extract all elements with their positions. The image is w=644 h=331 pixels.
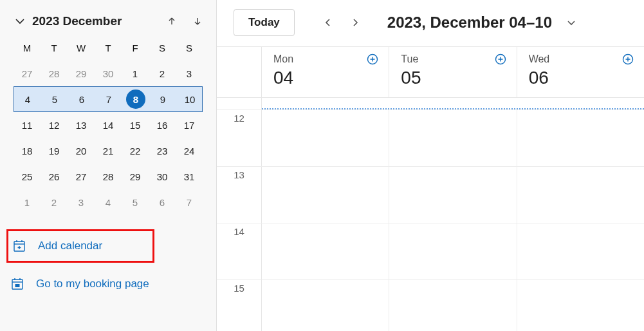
mini-calendar-day[interactable]: 5 bbox=[41, 87, 68, 111]
add-calendar-icon bbox=[12, 239, 26, 253]
mini-calendar-day[interactable]: 3 bbox=[68, 189, 95, 215]
time-slot[interactable] bbox=[262, 280, 389, 331]
mini-calendar-day[interactable]: 25 bbox=[14, 164, 41, 189]
time-slot[interactable] bbox=[389, 280, 517, 331]
mini-calendar-header: 2023 December bbox=[0, 8, 216, 35]
mini-calendar-day[interactable]: 26 bbox=[41, 164, 68, 189]
mini-calendar-day[interactable]: 21 bbox=[95, 138, 122, 164]
day-header-row: Mon04Tue05Wed06 bbox=[217, 46, 644, 98]
today-button[interactable]: Today bbox=[234, 9, 295, 36]
time-slot[interactable] bbox=[517, 223, 644, 279]
mini-calendar-day[interactable]: 28 bbox=[41, 61, 68, 86]
mini-calendar-day[interactable]: 14 bbox=[95, 112, 122, 138]
mini-calendar-day[interactable]: 1 bbox=[14, 189, 41, 215]
mini-calendar-day[interactable]: 18 bbox=[14, 138, 41, 164]
mini-calendar-next-icon[interactable] bbox=[190, 14, 205, 28]
add-event-icon[interactable] bbox=[495, 53, 506, 65]
time-slot[interactable] bbox=[389, 167, 517, 223]
date-range-dropdown-icon[interactable] bbox=[566, 17, 576, 28]
mini-calendar-day[interactable]: 29 bbox=[68, 61, 95, 86]
add-event-icon[interactable] bbox=[367, 53, 378, 65]
mini-calendar-day[interactable]: 30 bbox=[95, 61, 122, 86]
mini-calendar-dow: S bbox=[176, 35, 203, 61]
day-column-header[interactable]: Tue05 bbox=[389, 47, 517, 97]
mini-calendar-day[interactable]: 22 bbox=[122, 138, 149, 164]
mini-calendar-day[interactable]: 15 bbox=[122, 112, 149, 138]
time-slot[interactable] bbox=[262, 110, 389, 166]
mini-calendar-day[interactable]: 29 bbox=[122, 164, 149, 189]
svg-rect-2 bbox=[15, 284, 20, 287]
day-of-month-label: 04 bbox=[273, 68, 377, 88]
mini-calendar-day[interactable]: 2 bbox=[149, 61, 176, 86]
hour-label: 13 bbox=[217, 167, 262, 223]
calendar-grid-body: 12131415 bbox=[217, 98, 644, 331]
mini-calendar-day[interactable]: 31 bbox=[176, 164, 203, 189]
booking-page-link[interactable]: Go to my booking page bbox=[6, 269, 210, 299]
mini-calendar-day[interactable]: 4 bbox=[14, 87, 41, 111]
time-slot[interactable] bbox=[517, 280, 644, 331]
day-of-week-label: Wed bbox=[529, 53, 632, 65]
mini-calendar-day[interactable]: 20 bbox=[68, 138, 95, 164]
add-calendar-label: Add calendar bbox=[38, 240, 102, 252]
hour-label: 12 bbox=[217, 110, 262, 166]
week-nav bbox=[320, 15, 363, 30]
time-slot[interactable] bbox=[262, 223, 389, 279]
time-slot[interactable] bbox=[262, 167, 389, 223]
mini-calendar-title[interactable]: 2023 December bbox=[28, 14, 165, 28]
mini-calendar-day[interactable]: 3 bbox=[176, 61, 203, 86]
mini-calendar-day[interactable]: 7 bbox=[95, 87, 122, 111]
mini-calendar-selected-week: 45678910 bbox=[14, 86, 203, 112]
hour-label: 15 bbox=[217, 280, 262, 331]
mini-calendar-day[interactable]: 17 bbox=[176, 112, 203, 138]
time-slot[interactable] bbox=[389, 110, 517, 166]
mini-calendar-day[interactable]: 9 bbox=[149, 87, 176, 111]
time-slot[interactable] bbox=[389, 223, 517, 279]
date-range-title: 2023, December 04–10 bbox=[387, 14, 552, 32]
mini-calendar-day[interactable]: 7 bbox=[176, 189, 203, 215]
mini-calendar-day[interactable]: 30 bbox=[149, 164, 176, 189]
mini-calendar-day[interactable]: 19 bbox=[41, 138, 68, 164]
mini-calendar-dow: F bbox=[122, 35, 149, 61]
mini-calendar-day[interactable]: 11 bbox=[14, 112, 41, 138]
add-event-icon[interactable] bbox=[622, 53, 634, 65]
mini-calendar-day[interactable]: 4 bbox=[95, 189, 122, 215]
mini-calendar-day[interactable]: 24 bbox=[176, 138, 203, 164]
day-of-month-label: 06 bbox=[529, 68, 632, 88]
mini-calendar-day[interactable]: 8 bbox=[122, 87, 149, 111]
sidebar: 2023 December MTWTFSS2728293012345678910… bbox=[0, 0, 216, 331]
day-column-header[interactable]: Mon04 bbox=[262, 47, 389, 97]
mini-calendar-day[interactable]: 5 bbox=[122, 189, 149, 215]
mini-calendar-day[interactable]: 13 bbox=[68, 112, 95, 138]
mini-calendar-day[interactable]: 6 bbox=[68, 87, 95, 111]
mini-calendar-day[interactable]: 1 bbox=[122, 61, 149, 86]
mini-calendar-day[interactable]: 23 bbox=[149, 138, 176, 164]
time-slot[interactable] bbox=[517, 167, 644, 223]
time-gutter-header bbox=[217, 47, 262, 97]
mini-calendar-day[interactable]: 28 bbox=[95, 164, 122, 189]
mini-calendar-grid: MTWTFSS272829301234567891011121314151617… bbox=[0, 35, 216, 215]
mini-calendar-nav bbox=[165, 14, 205, 28]
mini-calendar-day[interactable]: 27 bbox=[14, 61, 41, 86]
mini-calendar-dow: S bbox=[149, 35, 176, 61]
hour-label: 14 bbox=[217, 223, 262, 279]
allday-span[interactable] bbox=[262, 98, 644, 109]
mini-calendar-day[interactable]: 27 bbox=[68, 164, 95, 189]
next-week-icon[interactable] bbox=[347, 15, 363, 30]
time-slot[interactable] bbox=[517, 110, 644, 166]
day-of-month-label: 05 bbox=[401, 68, 504, 88]
sidebar-links: Add calendar Go to my booking page bbox=[0, 215, 216, 299]
mini-calendar-prev-icon[interactable] bbox=[165, 14, 179, 28]
mini-calendar-day[interactable]: 6 bbox=[149, 189, 176, 215]
mini-calendar-dow: W bbox=[68, 35, 95, 61]
mini-calendar-day[interactable]: 2 bbox=[41, 189, 68, 215]
add-calendar-link[interactable]: Add calendar bbox=[8, 231, 152, 261]
mini-calendar-day[interactable]: 12 bbox=[41, 112, 68, 138]
mini-calendar-dow: T bbox=[41, 35, 68, 61]
mini-calendar-day[interactable]: 10 bbox=[176, 87, 203, 111]
prev-week-icon[interactable] bbox=[320, 15, 336, 30]
day-column-header[interactable]: Wed06 bbox=[517, 47, 644, 97]
main-header: Today 2023, December 04–10 bbox=[217, 0, 644, 46]
mini-calendar-collapse-icon[interactable] bbox=[12, 16, 28, 26]
hour-row: 13 bbox=[217, 166, 644, 223]
mini-calendar-day[interactable]: 16 bbox=[149, 112, 176, 138]
